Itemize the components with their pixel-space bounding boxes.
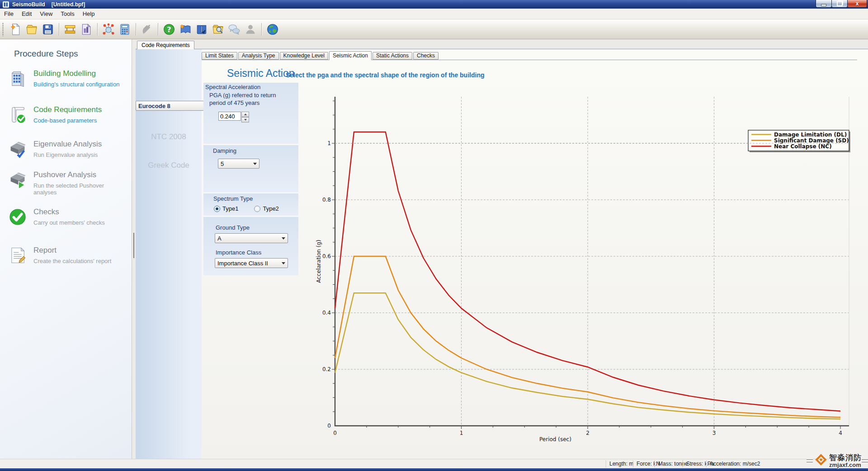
toolbar: ? <box>0 19 868 39</box>
sidebar-item-checks[interactable]: ChecksCarry out members' checks <box>8 207 125 228</box>
pga-spin-up[interactable] <box>241 112 249 117</box>
spin-up-icon <box>244 113 247 115</box>
examples-folder-icon[interactable] <box>211 22 225 37</box>
status-separator <box>706 460 707 467</box>
code-requirements-page: Eurocode 8NTC 2008Greek Code Limit State… <box>136 49 868 459</box>
restore-button[interactable] <box>831 0 848 8</box>
radio-label: Type2 <box>263 205 278 212</box>
sidebar-item-title: Checks <box>33 207 105 217</box>
pga-input[interactable] <box>218 112 241 121</box>
radio-type2[interactable]: Type2 <box>254 205 278 212</box>
sidebar-item-subtitle: Code-based parameters <box>33 117 102 124</box>
eigenvalue-analysis-icon[interactable] <box>101 22 116 37</box>
menu-tools[interactable]: Tools <box>57 9 78 19</box>
code-eurocode-8[interactable]: Eurocode 8 <box>136 101 207 111</box>
spectrum-type-group: Spectrum Type Type1Type2 <box>203 193 298 216</box>
importance-class-select[interactable]: Importance Class II <box>215 258 288 268</box>
calculator-icon[interactable] <box>118 22 132 37</box>
sidebar-item-text: ChecksCarry out members' checks <box>33 207 105 228</box>
website-globe-icon[interactable] <box>265 22 280 37</box>
sidebar-item-eigenvalue-analysis[interactable]: Eigenvalue AnalysisRun Eigenvalue analys… <box>8 139 125 160</box>
code-ntc-2008[interactable]: NTC 2008 <box>136 132 202 141</box>
minimize-button[interactable] <box>816 0 832 8</box>
toolbar-grip[interactable] <box>2 23 4 36</box>
splitter-grip-icon <box>133 233 134 258</box>
page-title: Seismic Action <box>227 67 295 80</box>
svg-text:3: 3 <box>712 430 716 436</box>
building-modeller-icon[interactable] <box>63 22 77 37</box>
manual-book-icon[interactable] <box>194 22 209 37</box>
scroll-check-icon <box>8 105 28 126</box>
sidebar-item-code-requirements[interactable]: Code RequirementsCode-based parameters <box>8 105 125 126</box>
title-bar: SeismoBuild [Untitled.bpf] x <box>0 0 868 9</box>
damping-group: Damping 5 <box>203 145 298 192</box>
svg-text:0: 0 <box>327 423 331 429</box>
forum-icon[interactable] <box>227 22 241 37</box>
watermark-lines-icon <box>862 459 868 462</box>
sidebar-item-title: Code Requirements <box>33 105 102 114</box>
menu-help[interactable]: Help <box>79 9 99 19</box>
close-button[interactable]: x <box>847 0 867 8</box>
ground-type-select[interactable]: A <box>215 233 288 243</box>
svg-text:1: 1 <box>460 430 463 436</box>
sidebar-item-subtitle: Carry out members' checks <box>33 219 105 226</box>
toolbar-separator <box>136 23 136 36</box>
svg-text:0.2: 0.2 <box>322 366 331 372</box>
pga-description: PGA (g) referred to return period of 475… <box>209 91 279 107</box>
tab-seismic-action[interactable]: Seismic Action <box>329 51 372 60</box>
new-project-icon[interactable] <box>8 22 23 37</box>
subtab-bar: Limit StatesAnalysis TypeKnowledge Level… <box>202 51 439 60</box>
pga-spin-down[interactable] <box>241 117 249 122</box>
code-greek-code[interactable]: Greek Code <box>136 161 202 170</box>
sidebar-item-subtitle: Building's structural configuration <box>33 81 119 88</box>
tab-analysis-type[interactable]: Analysis Type <box>238 52 279 60</box>
menu-edit[interactable]: Edit <box>18 9 36 19</box>
tab-static-actions[interactable]: Static Actions <box>373 52 412 60</box>
status-separator <box>633 460 633 467</box>
menu-view[interactable]: View <box>36 9 57 19</box>
status-length: Length: m <box>609 461 633 467</box>
spectral-acceleration-group: Spectral Acceleration PGA (g) referred t… <box>203 83 298 144</box>
damping-value: 5 <box>221 160 224 167</box>
window-bottom-border <box>0 468 868 471</box>
spectrum-chart: 00.20.40.60.8101234Damage Limitation (DL… <box>298 86 854 448</box>
watermark-line1: 智淼消防 <box>829 454 862 462</box>
radio-icon <box>214 206 220 212</box>
help-icon[interactable]: ? <box>162 22 176 37</box>
support-icon <box>243 22 258 37</box>
status-acceleration: Acceleration: m/sec2 <box>710 461 760 467</box>
app-icon <box>3 1 9 8</box>
radio-icon <box>254 206 260 212</box>
sidebar-item-text: Pushover AnalysisRun the selected Pushov… <box>33 170 125 196</box>
tab-knowledge-level[interactable]: Knowledge Level <box>280 52 328 60</box>
sidebar-item-text: ReportCreate the calculations' report <box>33 245 111 266</box>
sidebar-item-building-modelling[interactable]: Building ModellingBuilding's structural … <box>8 69 125 89</box>
ground-type-group: Ground Type A Importance Class Importanc… <box>203 217 298 275</box>
chip-check-icon <box>8 139 28 160</box>
svg-text:2: 2 <box>586 430 590 436</box>
window-controls: x <box>816 0 867 8</box>
watermark-diamond-icon <box>814 453 828 468</box>
svg-text:0: 0 <box>333 430 337 436</box>
damping-select[interactable]: 5 <box>218 159 259 169</box>
app-window: SeismoBuild [Untitled.bpf] x FileEditVie… <box>0 0 868 471</box>
radio-type1[interactable]: Type1 <box>214 205 238 212</box>
report-icon[interactable] <box>79 22 94 37</box>
tab-limit-states[interactable]: Limit States <box>202 52 237 60</box>
window-document-title: [Untitled.bpf] <box>52 1 85 8</box>
sidebar-item-report[interactable]: ReportCreate the calculations' report <box>8 245 125 266</box>
spin-down-icon <box>244 119 247 121</box>
spectral-acceleration-label: Spectral Acceleration <box>205 84 260 90</box>
main-tab-code-requirements[interactable]: Code Requirements <box>137 41 194 49</box>
tab-checks[interactable]: Checks <box>413 52 439 60</box>
open-project-icon[interactable] <box>24 22 39 37</box>
status-bar: Length: mForce: kNMass: tonneStress: kPa… <box>0 459 868 468</box>
menu-file[interactable]: File <box>0 9 18 19</box>
tutorial-book-icon[interactable] <box>178 22 193 37</box>
chevron-down-icon <box>282 262 285 264</box>
save-project-icon[interactable] <box>41 22 55 37</box>
window-title: SeismoBuild <box>12 1 45 8</box>
svg-text:?: ? <box>167 25 171 33</box>
page-subtitle: Select the pga and the spectral shape of… <box>286 71 485 79</box>
sidebar-item-pushover-analysis[interactable]: Pushover AnalysisRun the selected Pushov… <box>8 170 125 196</box>
